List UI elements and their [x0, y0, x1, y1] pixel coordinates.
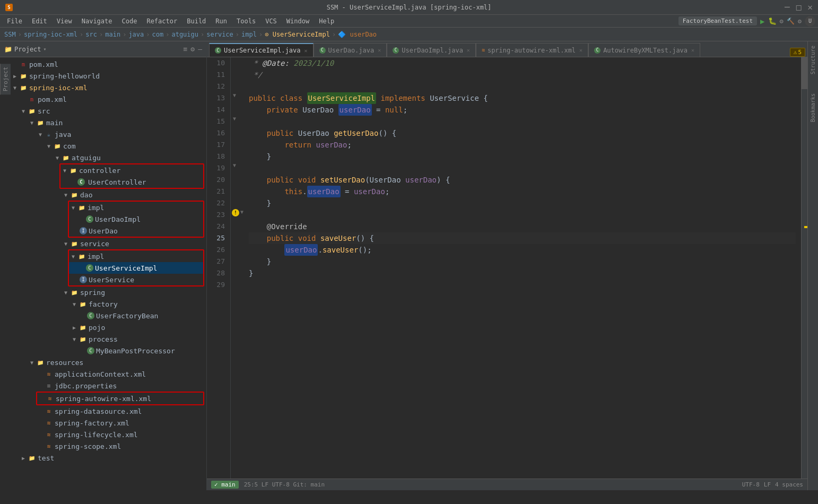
tree-item-spring-scope[interactable]: ≋ spring-scope.xml: [8, 440, 206, 452]
scrollbar-thumb[interactable]: [802, 57, 807, 89]
tree-item-pom2[interactable]: m pom.xml: [8, 93, 206, 105]
tree-item-process[interactable]: ▼ 📁 process: [8, 333, 206, 345]
breadcrumb-class[interactable]: ⊙ UserServiceImpl: [265, 31, 330, 38]
tab-label-userdaoimpl: UserDaoImpl.java: [402, 47, 463, 54]
tree-item-dao[interactable]: ▼ 📁 dao: [8, 189, 206, 201]
tree-item-spring-autowire[interactable]: ≋ spring-autowire-xml.xml: [37, 393, 203, 404]
tree-item-userdao[interactable]: I UserDao: [69, 225, 203, 237]
menu-navigate[interactable]: Navigate: [77, 16, 117, 26]
tree-item-resources[interactable]: ▼ 📁 resources: [8, 357, 206, 368]
structure-label[interactable]: Structure: [809, 41, 817, 79]
tab-userdao[interactable]: C UserDao.java ✕: [314, 43, 387, 57]
tab-close-userserviceimpl[interactable]: ✕: [304, 48, 308, 54]
tree-label-spring-lifecycle: spring-lifecycle.xml: [55, 431, 138, 439]
menu-file[interactable]: File: [3, 16, 27, 26]
tab-userserviceimpl[interactable]: C UserServiceImpl.java ✕: [209, 43, 314, 57]
tree-item-jdbc[interactable]: ≡ jdbc.properties: [8, 380, 206, 392]
build-button[interactable]: 🔨: [787, 18, 795, 25]
breadcrumb-atguigu[interactable]: atguigu: [171, 31, 198, 38]
tree-item-usercontroller[interactable]: C UserController: [60, 176, 203, 188]
tree-item-userserviceimpl[interactable]: C UserServiceImpl: [69, 262, 203, 274]
tab-autowirebyxmltest[interactable]: C AutowireByXMLTest.java ✕: [588, 43, 700, 57]
menu-help[interactable]: Help: [315, 16, 338, 26]
tree-item-main[interactable]: ▼ 📁 main: [8, 117, 206, 128]
tab-close-userdao[interactable]: ✕: [378, 47, 381, 53]
tree-item-spring-factory[interactable]: ≋ spring-factory.xml: [8, 417, 206, 429]
breadcrumb-main[interactable]: main: [105, 31, 120, 38]
tree-item-controller[interactable]: ▼ 📁 controller: [60, 164, 203, 176]
breadcrumb-impl[interactable]: impl: [241, 31, 257, 38]
bookmarks-label[interactable]: Bookmarks: [809, 89, 817, 126]
fold-20[interactable]: ▼: [233, 162, 236, 168]
code-content[interactable]: * @Date: 2023/1/10 */ public class UserS…: [243, 57, 801, 479]
interface-icon-userservice: I: [80, 276, 87, 283]
menu-build[interactable]: Build: [182, 16, 210, 26]
tree-item-src[interactable]: ▼ 📁 src: [8, 105, 206, 117]
tab-close-autowire[interactable]: ✕: [579, 47, 582, 53]
tree-item-appctx[interactable]: ≋ applicationContext.xml: [8, 368, 206, 380]
menu-window[interactable]: Window: [282, 16, 314, 26]
tree-item-atguigu[interactable]: ▼ 📁 atguigu: [8, 152, 206, 163]
title-bar-controls: ─ □ ✕: [785, 2, 813, 12]
tab-spring-autowire[interactable]: ≋ spring-autowire-xml.xml ✕: [476, 43, 588, 57]
breadcrumb-spring-ioc[interactable]: spring-ioc-xml: [24, 31, 77, 38]
tree-item-impl-svc[interactable]: ▼ 📁 impl: [69, 250, 203, 262]
tree-item-test[interactable]: ▶ 📁 test: [8, 452, 206, 464]
tree-item-userservice[interactable]: I UserService: [69, 274, 203, 285]
tab-icon-autowire: ≋: [482, 47, 485, 53]
run-config[interactable]: FactoryBeanTest.test: [678, 16, 757, 25]
folder-icon-spring-hello: 📁: [19, 72, 28, 80]
tree-item-spring-hello[interactable]: ▶ 📁 spring-helloworld: [8, 70, 206, 82]
line-num-12: 12: [207, 81, 225, 92]
breadcrumb-service[interactable]: service: [206, 31, 233, 38]
menu-refactor[interactable]: Refactor: [142, 16, 181, 26]
tree-item-spring-datasource[interactable]: ≋ spring-datasource.xml: [8, 405, 206, 417]
folder-icon-dao: 📁: [70, 190, 79, 199]
menu-vcs[interactable]: VCS: [261, 16, 281, 26]
tree-item-mybeanpostprocessor[interactable]: C MyBeanPostProcessor: [8, 345, 206, 357]
scrollbar-track[interactable]: [801, 57, 807, 479]
tree-item-spring-lifecycle[interactable]: ≋ spring-lifecycle.xml: [8, 429, 206, 440]
tree-item-com[interactable]: ▼ 📁 com: [8, 140, 206, 152]
fold-16[interactable]: ▼: [233, 116, 236, 121]
fold-25[interactable]: ▼: [240, 209, 243, 215]
tab-close-autowirebyxmltest[interactable]: ✕: [691, 47, 694, 53]
menu-run[interactable]: Run: [211, 16, 231, 26]
sidebar-settings-icon[interactable]: ⚙: [190, 45, 195, 53]
profile-button[interactable]: ⚙: [780, 18, 784, 25]
menu-code[interactable]: Code: [118, 16, 142, 26]
title-bar-left: S: [5, 4, 13, 11]
folder-icon-src: 📁: [28, 107, 36, 115]
tree-item-java[interactable]: ▼ ☕ java: [8, 128, 206, 140]
git-branch[interactable]: ✓ main: [211, 481, 239, 489]
tree-item-factory[interactable]: ▼ 📁 factory: [8, 298, 206, 310]
tab-close-userdaoimpl[interactable]: ✕: [467, 47, 470, 53]
folder-icon-impl-dao: 📁: [77, 203, 86, 212]
tree-item-pom1[interactable]: m pom.xml: [8, 58, 206, 70]
menu-view[interactable]: View: [53, 16, 76, 26]
user-avatar[interactable]: U: [805, 16, 815, 27]
line-num-17: 17: [207, 139, 225, 151]
tree-item-pojo[interactable]: ▶ 📁 pojo: [8, 321, 206, 333]
menu-edit[interactable]: Edit: [28, 16, 51, 26]
fold-13[interactable]: ▼: [233, 92, 236, 98]
breadcrumb-com[interactable]: com: [152, 31, 164, 38]
tree-item-impl-dao[interactable]: ▼ 📁 impl: [69, 202, 203, 213]
tree-item-userdaoimpl[interactable]: C UserDaoImpl: [69, 213, 203, 225]
breadcrumb-field[interactable]: 🔷 userDao: [338, 31, 377, 38]
menu-tools[interactable]: Tools: [232, 16, 260, 26]
settings-button[interactable]: ⚙: [798, 18, 802, 25]
breadcrumb-src[interactable]: src: [85, 31, 97, 38]
tree-item-spring-ioc[interactable]: ▼ 📁 spring-ioc-xml: [8, 82, 206, 93]
breadcrumb-java[interactable]: java: [128, 31, 144, 38]
tree-item-service[interactable]: ▼ 📁 service: [8, 238, 206, 249]
tab-userdaoimpl[interactable]: C UserDaoImpl.java ✕: [387, 43, 476, 57]
sidebar-minimize-icon[interactable]: —: [198, 45, 202, 53]
sidebar-collapse-icon[interactable]: ≡: [184, 45, 188, 53]
tree-item-userfactorybean[interactable]: C UserFactoryBean: [8, 310, 206, 321]
project-side-label[interactable]: Project: [0, 64, 11, 94]
run-button[interactable]: ▶: [760, 17, 764, 25]
breadcrumb-ssm[interactable]: SSM: [4, 31, 16, 38]
tree-item-spring[interactable]: ▼ 📁 spring: [8, 286, 206, 298]
debug-button[interactable]: 🐛: [768, 17, 777, 25]
